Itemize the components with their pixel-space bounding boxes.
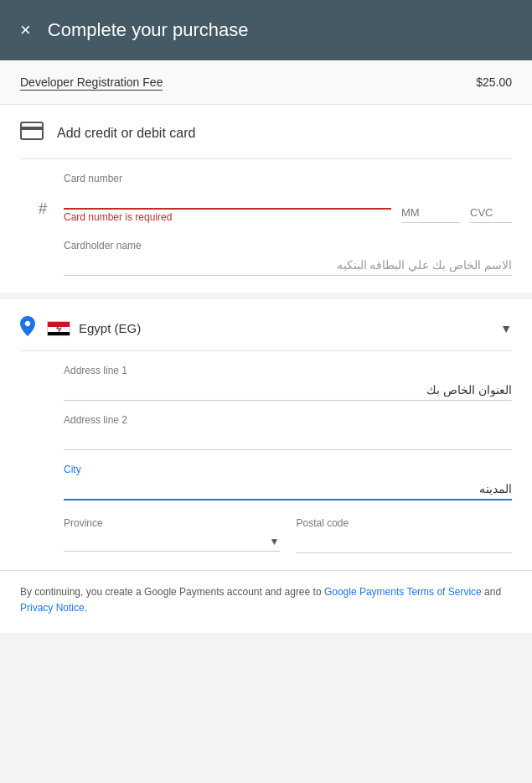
postal-label: Postal code xyxy=(297,517,513,529)
expiry-input[interactable] xyxy=(401,203,460,223)
address-line2-field: Address line 2 xyxy=(64,414,512,450)
add-card-label: Add credit or debit card xyxy=(57,126,195,141)
address-line2-label: Address line 2 xyxy=(64,414,512,426)
close-button[interactable]: × xyxy=(20,19,31,41)
postal-code-input[interactable] xyxy=(297,532,513,553)
province-label: Province xyxy=(64,517,280,529)
credit-card-icon xyxy=(20,122,44,145)
province-postal-row: Province ▼ Postal code xyxy=(64,517,512,553)
address-section: 🦅 Egypt (EG) ▼ Address line 1 Address li… xyxy=(20,299,512,553)
card-number-error: Card number is required xyxy=(64,211,391,223)
cardholder-input[interactable] xyxy=(64,255,512,276)
card-number-label: Card number xyxy=(64,173,391,184)
city-field: City xyxy=(64,464,512,500)
city-input[interactable] xyxy=(64,479,512,500)
province-group: Province ▼ xyxy=(64,517,280,553)
fee-amount: $25.00 xyxy=(476,75,512,89)
chevron-down-icon: ▼ xyxy=(500,322,512,335)
province-select[interactable]: ▼ xyxy=(64,532,280,552)
fee-label: Developer Registration Fee xyxy=(20,75,163,89)
card-number-group: Card number Card number is required xyxy=(64,173,391,223)
egypt-flag: 🦅 xyxy=(47,321,70,336)
fee-bar: Developer Registration Fee $25.00 xyxy=(0,60,532,105)
cvc-input[interactable] xyxy=(470,203,512,223)
header: × Complete your purchase xyxy=(0,0,532,60)
country-select[interactable]: 🦅 Egypt (EG) ▼ xyxy=(47,321,512,336)
card-form: # Card number Card number is required Ca… xyxy=(20,159,512,276)
country-name: Egypt (EG) xyxy=(79,321,141,335)
hash-icon: # xyxy=(39,200,47,218)
cvc-group xyxy=(470,203,512,223)
footer: By continuing, you create a Google Payme… xyxy=(0,570,532,633)
province-chevron-icon: ▼ xyxy=(270,536,280,547)
page-title: Complete your purchase xyxy=(48,19,249,41)
expiry-group xyxy=(401,203,460,223)
city-label: City xyxy=(64,464,512,475)
cardholder-section: Cardholder name xyxy=(64,240,512,276)
location-icon xyxy=(20,316,35,340)
privacy-notice-link[interactable]: Privacy Notice xyxy=(20,602,85,614)
address-line1-input[interactable] xyxy=(64,380,512,401)
address-line1-field: Address line 1 xyxy=(64,365,512,401)
address-line2-input[interactable] xyxy=(64,429,512,450)
card-number-input[interactable] xyxy=(64,188,391,210)
country-row: 🦅 Egypt (EG) ▼ xyxy=(20,316,512,351)
address-line1-label: Address line 1 xyxy=(64,365,512,376)
section-divider xyxy=(0,293,532,299)
add-card-section: Add credit or debit card xyxy=(20,105,512,159)
svg-rect-0 xyxy=(21,122,43,139)
postal-group: Postal code xyxy=(297,517,513,553)
footer-text-before: By continuing, you create a Google Payme… xyxy=(20,586,324,598)
main-content: Add credit or debit card # Card number C… xyxy=(0,105,532,570)
google-payments-tos-link[interactable]: Google Payments Terms of Service xyxy=(324,586,482,598)
footer-text-after: . xyxy=(85,602,87,614)
address-form: Address line 1 Address line 2 City Provi… xyxy=(20,365,512,553)
footer-text-middle: and xyxy=(482,586,501,598)
svg-rect-1 xyxy=(21,127,43,130)
cardholder-label: Cardholder name xyxy=(64,240,512,251)
